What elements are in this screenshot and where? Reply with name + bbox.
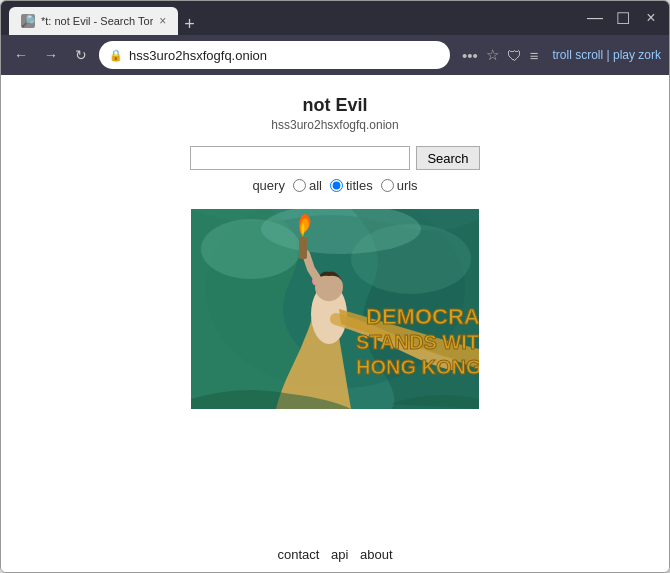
svg-rect-9 [299, 237, 307, 259]
tab-title: *t: not Evil - Search Tor [41, 15, 153, 27]
poster-image: DEMOCRACY STANDS WITH HONG KONG [191, 209, 479, 409]
secure-icon: 🔒 [109, 49, 123, 62]
about-link[interactable]: about [360, 547, 393, 562]
window-controls: — ☐ × [585, 9, 661, 28]
site-url: hss3uro2hsxfogfq.onion [271, 118, 398, 132]
address-text: hss3uro2hsxfogfq.onion [129, 48, 440, 63]
titles-option[interactable]: titles [330, 178, 373, 193]
page-content: not Evil hss3uro2hsxfogfq.onion Search q… [1, 75, 669, 572]
refresh-button[interactable]: ↻ [69, 45, 93, 65]
address-bar: ← → ↻ 🔒 hss3uro2hsxfogfq.onion ••• ☆ 🛡 ≡… [1, 35, 669, 75]
query-label: query [252, 178, 285, 193]
search-button[interactable]: Search [416, 146, 479, 170]
top-right-links: troll scroll | play zork [553, 48, 662, 62]
footer-links: contact api about [273, 537, 396, 562]
svg-text:DEMOCRACY: DEMOCRACY [366, 304, 479, 329]
shield-icon[interactable]: 🛡 [507, 47, 522, 64]
more-options-icon[interactable]: ••• [462, 47, 478, 64]
back-button[interactable]: ← [9, 45, 33, 65]
search-options-row: query all titles urls [252, 178, 417, 193]
browser-window: 🔎 *t: not Evil - Search Tor × + — ☐ × ← … [0, 0, 670, 573]
poster-svg: DEMOCRACY STANDS WITH HONG KONG [191, 209, 479, 409]
api-link[interactable]: api [331, 547, 348, 562]
address-actions: ••• ☆ 🛡 ≡ [462, 46, 539, 64]
menu-icon[interactable]: ≡ [530, 47, 539, 64]
svg-text:STANDS WITH: STANDS WITH [356, 331, 479, 353]
site-title: not Evil [302, 95, 367, 116]
maximize-button[interactable]: ☐ [613, 9, 633, 28]
tab-area: 🔎 *t: not Evil - Search Tor × + [9, 1, 577, 35]
search-input[interactable] [190, 146, 410, 170]
address-input[interactable]: 🔒 hss3uro2hsxfogfq.onion [99, 41, 450, 69]
svg-text:HONG KONG: HONG KONG [356, 356, 479, 378]
minimize-button[interactable]: — [585, 9, 605, 27]
close-window-button[interactable]: × [641, 9, 661, 27]
play-zork-link[interactable]: play zork [613, 48, 661, 62]
active-tab[interactable]: 🔎 *t: not Evil - Search Tor × [9, 7, 178, 35]
title-bar: 🔎 *t: not Evil - Search Tor × + — ☐ × [1, 1, 669, 35]
bookmark-icon[interactable]: ☆ [486, 46, 499, 64]
troll-scroll-link[interactable]: troll scroll [553, 48, 604, 62]
tab-close-button[interactable]: × [159, 14, 166, 28]
new-tab-button[interactable]: + [178, 14, 201, 35]
search-row: Search [190, 146, 479, 170]
urls-option[interactable]: urls [381, 178, 418, 193]
forward-button[interactable]: → [39, 45, 63, 65]
contact-link[interactable]: contact [277, 547, 319, 562]
tab-favicon: 🔎 [21, 14, 35, 28]
all-option[interactable]: all [293, 178, 322, 193]
